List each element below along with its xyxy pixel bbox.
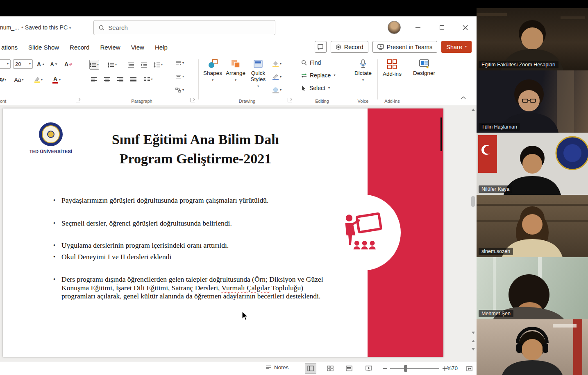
slide-sorter-icon bbox=[327, 366, 334, 371]
clear-formatting-button[interactable]: A bbox=[64, 59, 73, 69]
search-input[interactable] bbox=[108, 24, 270, 31]
font-name-combo[interactable] bbox=[0, 59, 11, 69]
scroll-down-button[interactable] bbox=[470, 330, 476, 336]
justify-icon bbox=[130, 77, 137, 82]
participant-tile-5[interactable]: Mehmet Şen bbox=[477, 257, 588, 319]
text-direction-button[interactable] bbox=[175, 61, 184, 66]
account-avatar[interactable] bbox=[388, 21, 401, 34]
designer-button[interactable]: Designer bbox=[412, 59, 436, 76]
slide-bullet-3[interactable]: Uygulama derslerinin program içerisindek… bbox=[52, 241, 327, 250]
zoom-level[interactable]: %70 bbox=[447, 365, 458, 371]
tab-help[interactable]: Help bbox=[150, 39, 173, 55]
present-button-label: Present in Teams bbox=[387, 44, 433, 50]
grow-font-button[interactable]: A bbox=[36, 59, 46, 69]
columns-button[interactable] bbox=[143, 75, 153, 84]
chevron-down-icon bbox=[97, 63, 99, 66]
participant-tile-1[interactable]: Eğitim Fakültesi Zoom Hesapları bbox=[477, 8, 588, 70]
close-button[interactable] bbox=[456, 16, 474, 39]
slide[interactable]: TED ÜNİVERSİTESİ Sınıf Eğitimi Ana Bilim… bbox=[3, 108, 443, 357]
find-label: Find bbox=[310, 59, 321, 66]
shapes-icon bbox=[207, 59, 218, 69]
normal-view-button[interactable] bbox=[305, 363, 316, 374]
scrollbar-thumb[interactable] bbox=[471, 196, 475, 207]
align-center-button[interactable] bbox=[102, 75, 112, 84]
find-button[interactable]: Find bbox=[301, 59, 321, 66]
decrease-indent-button[interactable] bbox=[126, 60, 136, 70]
line-spacing-button[interactable] bbox=[153, 60, 163, 70]
font-size-value: 20 bbox=[15, 61, 21, 67]
share-button-label: Share bbox=[446, 44, 462, 50]
tab-slide-show[interactable]: Slide Show bbox=[23, 39, 64, 55]
previous-slide-button[interactable] bbox=[470, 338, 476, 344]
notes-button[interactable]: Notes bbox=[266, 364, 288, 370]
zoom-out-button[interactable] bbox=[380, 364, 389, 373]
paragraph-dialog-launcher[interactable] bbox=[191, 98, 195, 102]
fit-slide-to-window-button[interactable] bbox=[465, 364, 474, 373]
next-slide-button[interactable] bbox=[470, 346, 476, 352]
chevron-down-icon bbox=[362, 77, 364, 83]
scroll-up-button[interactable] bbox=[470, 107, 476, 113]
increase-indent-button[interactable] bbox=[139, 60, 149, 70]
align-text-button[interactable] bbox=[175, 74, 184, 79]
font-size-combo[interactable]: 20 bbox=[13, 59, 33, 69]
reading-view-button[interactable] bbox=[343, 363, 355, 374]
comments-button[interactable] bbox=[315, 41, 327, 53]
search-box[interactable] bbox=[93, 20, 275, 35]
tab-review[interactable]: Review bbox=[95, 39, 125, 55]
align-right-button[interactable] bbox=[116, 75, 125, 84]
tab-view[interactable]: View bbox=[126, 39, 150, 55]
shrink-font-button[interactable]: A bbox=[49, 59, 59, 69]
shape-effects-button[interactable] bbox=[272, 87, 282, 93]
chevron-down-icon bbox=[59, 78, 61, 81]
slide-bullet-2[interactable]: Seçmeli dersler, öğrenci görüşleri doğru… bbox=[52, 219, 327, 228]
slide-bullet-5[interactable]: Ders programı dışında öğrencilerden gele… bbox=[52, 275, 327, 300]
align-left-button[interactable] bbox=[89, 75, 99, 84]
zoom-slider-track[interactable] bbox=[390, 368, 439, 369]
character-spacing-button[interactable]: AV bbox=[0, 75, 7, 85]
font-color-button[interactable]: A bbox=[52, 75, 61, 85]
quick-styles-label: Quick Styles bbox=[248, 70, 268, 82]
replace-button[interactable]: Replace bbox=[301, 72, 335, 79]
slide-sorter-view-button[interactable] bbox=[325, 363, 336, 374]
participant-tile-2[interactable]: Tülin Haşlaman bbox=[477, 70, 588, 133]
present-in-teams-button[interactable]: Present in Teams bbox=[372, 41, 438, 53]
slide-title[interactable]: Sınıf Eğitimi Ana Bilim Dalı Program Gel… bbox=[64, 130, 327, 168]
justify-button[interactable] bbox=[129, 75, 138, 84]
slide-canvas-area: TED ÜNİVERSİTESİ Sınıf Eğitimi Ana Bilim… bbox=[0, 105, 477, 361]
shape-outline-button[interactable] bbox=[272, 74, 282, 80]
collapse-ribbon-button[interactable] bbox=[461, 95, 466, 101]
shape-fill-button[interactable] bbox=[272, 61, 282, 67]
arrange-button[interactable]: Arrange bbox=[225, 59, 246, 84]
slide-show-icon bbox=[366, 366, 372, 371]
chevron-up-icon bbox=[461, 96, 466, 99]
saved-status[interactable]: Saved to this PC bbox=[21, 24, 71, 31]
drawing-dialog-launcher[interactable] bbox=[288, 98, 292, 102]
down-arrow-icon bbox=[472, 348, 475, 350]
participant-name: Mehmet Şen bbox=[479, 310, 513, 317]
slide-show-button[interactable] bbox=[363, 363, 375, 374]
tab-animations-partial[interactable]: ations bbox=[0, 39, 23, 55]
participant-tile-6[interactable] bbox=[477, 319, 588, 375]
font-dialog-launcher[interactable] bbox=[76, 98, 80, 102]
slide-bullet-1[interactable]: Paydaşlarımızın görüşleri doğrultusunda … bbox=[52, 196, 327, 205]
maximize-button[interactable] bbox=[432, 16, 451, 39]
quick-styles-button[interactable]: Quick Styles bbox=[248, 59, 268, 90]
select-button[interactable]: Select bbox=[301, 85, 330, 91]
shapes-button[interactable]: Shapes bbox=[203, 59, 222, 84]
participant-tile-4[interactable]: sinem.sozen bbox=[477, 195, 588, 257]
slide-bullet-4[interactable]: Okul Deneyimi I ve II dersleri eklendi bbox=[52, 253, 327, 261]
addins-button[interactable]: Add-ins bbox=[381, 59, 403, 77]
numbering-button[interactable] bbox=[107, 60, 117, 70]
highlight-color-button[interactable] bbox=[34, 75, 43, 85]
powerpoint-window: num_... Saved to this PC ations Slide Sh… bbox=[0, 16, 477, 375]
record-button[interactable]: Record bbox=[331, 41, 368, 53]
minimize-button[interactable] bbox=[409, 16, 427, 39]
dictate-button[interactable]: Dictate bbox=[352, 59, 374, 84]
participant-tile-3[interactable]: Nilüfer Kaya bbox=[477, 133, 588, 195]
zoom-slider-thumb[interactable] bbox=[404, 365, 407, 372]
change-case-button[interactable]: Aa bbox=[14, 75, 24, 85]
tab-record[interactable]: Record bbox=[64, 39, 95, 55]
convert-to-smartart-button[interactable] bbox=[175, 88, 184, 93]
share-button[interactable]: Share bbox=[441, 41, 472, 53]
bullets-button[interactable] bbox=[89, 60, 99, 70]
